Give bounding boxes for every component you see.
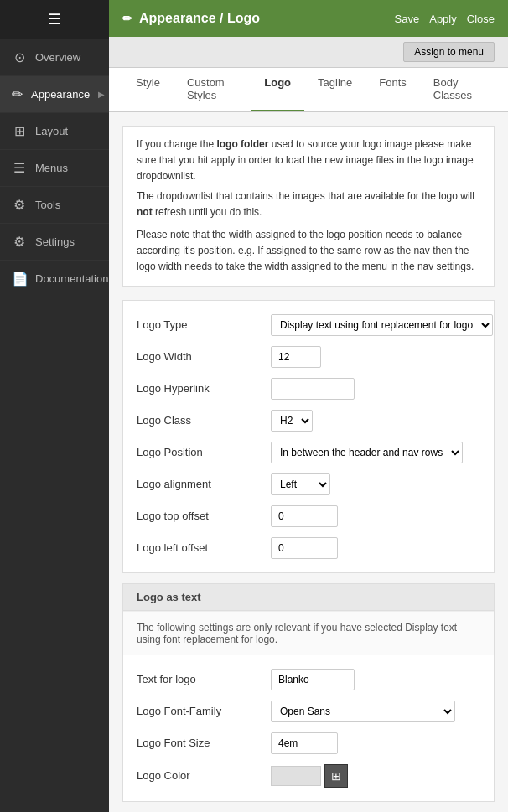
logo-top-offset-row: Logo top offset xyxy=(137,505,480,527)
logo-type-select[interactable]: Display text using font replacement for … xyxy=(271,314,493,336)
tools-icon: ⚙ xyxy=(12,197,27,213)
logo-text-form-body: Text for logo Logo Font-Family Open Sans… xyxy=(123,655,494,801)
sidebar-item-label: Settings xyxy=(35,235,75,248)
logo-icon: ☰ xyxy=(48,11,61,28)
logo-class-row: Logo Class H1 H2 H3 H4 xyxy=(137,410,480,432)
logo-font-family-label: Logo Font-Family xyxy=(137,705,271,717)
doc-icon: 📄 xyxy=(12,271,27,287)
sidebar-item-settings[interactable]: ⚙ Settings xyxy=(0,224,109,261)
sidebar-item-layout[interactable]: ⊞ Layout xyxy=(0,113,109,150)
sidebar-item-tools[interactable]: ⚙ Tools xyxy=(0,187,109,224)
logo-class-control: H1 H2 H3 H4 xyxy=(271,410,480,432)
settings-icon: ⚙ xyxy=(12,234,27,250)
logo-top-offset-control xyxy=(271,505,480,527)
sidebar-item-label: Tools xyxy=(35,199,60,211)
header-bar: ✏ Appearance / Logo Save Apply Close xyxy=(109,0,508,37)
logo-alignment-select[interactable]: Left Center Right xyxy=(271,473,330,495)
chevron-right-icon: ▶ xyxy=(98,90,105,99)
logo-type-label: Logo Type xyxy=(137,318,271,331)
logo-as-text-header: Logo as text xyxy=(123,584,494,611)
tab-style[interactable]: Style xyxy=(122,68,174,111)
info-text-1: If you change the logo folder used to so… xyxy=(137,137,480,185)
logo-top-offset-label: Logo top offset xyxy=(137,509,271,522)
logo-color-label: Logo Color xyxy=(137,769,271,782)
logo-hyperlink-control xyxy=(271,378,480,400)
layout-icon: ⊞ xyxy=(12,123,27,139)
sidebar-item-appearance[interactable]: ✏ Appearance ▶ xyxy=(0,76,109,113)
tabs-bar: Style Custom Styles Logo Tagline Fonts B… xyxy=(109,68,508,112)
logo-font-family-row: Logo Font-Family Open Sans Arial Helveti… xyxy=(137,701,480,722)
logo-class-select[interactable]: H1 H2 H3 H4 xyxy=(271,410,313,432)
logo-width-control xyxy=(271,346,480,368)
logo-position-label: Logo Position xyxy=(137,446,271,458)
logo-left-offset-input[interactable] xyxy=(271,537,338,559)
logo-left-offset-control xyxy=(271,537,480,559)
logo-hyperlink-row: Logo Hyperlink xyxy=(137,378,480,400)
sidebar-item-overview[interactable]: ⊙ Overview xyxy=(0,39,109,76)
logo-alignment-label: Logo alignment xyxy=(137,478,271,490)
sidebar-item-label: Menus xyxy=(35,162,68,174)
sidebar-item-label: Documentation xyxy=(35,272,108,285)
logo-position-control: In between the header and nav rows Heade… xyxy=(271,442,480,463)
logo-width-input[interactable] xyxy=(271,346,321,368)
save-button[interactable]: Save xyxy=(395,13,420,25)
sidebar: ☰ ⊙ Overview ✏ Appearance ▶ ⊞ Layout ☰ M… xyxy=(0,0,109,812)
logo-font-size-control xyxy=(271,732,480,754)
tab-body-classes[interactable]: Body Classes xyxy=(420,68,495,111)
logo-width-input-group xyxy=(271,346,480,368)
logo-top-offset-input[interactable] xyxy=(271,505,338,527)
text-for-logo-control xyxy=(271,669,480,690)
logo-color-control: ⊞ xyxy=(271,764,480,788)
logo-width-row: Logo Width xyxy=(137,346,480,368)
page-title: Appearance / Logo xyxy=(139,11,260,26)
color-swatch xyxy=(271,766,321,786)
logo-type-row: Logo Type Display text using font replac… xyxy=(137,314,480,336)
tab-logo[interactable]: Logo xyxy=(251,68,304,111)
tab-fonts[interactable]: Fonts xyxy=(365,68,420,111)
text-for-logo-row: Text for logo xyxy=(137,669,480,690)
sidebar-item-label: Overview xyxy=(35,51,80,64)
logo-class-label: Logo Class xyxy=(137,414,271,427)
form-fields-section: Logo Type Display text using font replac… xyxy=(122,300,495,573)
bold-not: not xyxy=(137,206,153,218)
pencil-icon: ✏ xyxy=(122,12,132,25)
logo-font-size-input[interactable] xyxy=(271,732,338,754)
tab-custom-styles[interactable]: Custom Styles xyxy=(174,68,251,111)
info-text-3: Please note that the width assigned to t… xyxy=(137,227,480,276)
sidebar-item-documentation[interactable]: 📄 Documentation xyxy=(0,261,109,297)
tab-tagline[interactable]: Tagline xyxy=(304,68,365,111)
logo-alignment-row: Logo alignment Left Center Right xyxy=(137,473,480,495)
text-for-logo-input[interactable] xyxy=(271,669,355,690)
appearance-icon: ✏ xyxy=(12,86,23,102)
logo-hyperlink-input[interactable] xyxy=(271,378,355,400)
logo-type-control: Display text using font replacement for … xyxy=(271,314,493,336)
color-picker-button[interactable]: ⊞ xyxy=(324,764,348,788)
logo-hyperlink-label: Logo Hyperlink xyxy=(137,382,271,395)
logo-width-label: Logo Width xyxy=(137,350,271,363)
apply-button[interactable]: Apply xyxy=(429,13,457,25)
content-area: If you change the logo folder used to so… xyxy=(109,112,508,812)
bold-logo-folder: logo folder xyxy=(216,138,268,150)
assign-bar: Assign to menu xyxy=(109,37,508,68)
logo-font-size-label: Logo Font Size xyxy=(137,737,271,749)
text-for-logo-label: Text for logo xyxy=(137,673,271,685)
sidebar-logo: ☰ xyxy=(0,0,109,39)
assign-to-menu-button[interactable]: Assign to menu xyxy=(403,42,495,62)
sidebar-item-menus[interactable]: ☰ Menus xyxy=(0,150,109,187)
close-button[interactable]: Close xyxy=(467,13,495,25)
logo-font-family-control: Open Sans Arial Helvetica Georgia xyxy=(271,701,480,722)
header-title-group: ✏ Appearance / Logo xyxy=(122,11,260,26)
logo-as-text-section: Logo as text The following settings are … xyxy=(122,583,495,802)
menus-icon: ☰ xyxy=(12,160,27,176)
header-actions: Save Apply Close xyxy=(395,13,495,25)
logo-color-row: Logo Color ⊞ xyxy=(137,764,480,788)
logo-as-text-note: The following settings are only relevant… xyxy=(123,611,494,655)
overview-icon: ⊙ xyxy=(12,49,27,65)
info-text-2: The dropdownlist that contains the image… xyxy=(137,189,480,220)
logo-position-select[interactable]: In between the header and nav rows Heade… xyxy=(271,442,463,463)
form-body: Logo Type Display text using font replac… xyxy=(123,301,494,572)
logo-font-size-row: Logo Font Size xyxy=(137,732,480,754)
logo-font-family-select[interactable]: Open Sans Arial Helvetica Georgia xyxy=(271,701,455,722)
logo-left-offset-label: Logo left offset xyxy=(137,541,271,554)
sidebar-item-label: Layout xyxy=(35,125,68,137)
